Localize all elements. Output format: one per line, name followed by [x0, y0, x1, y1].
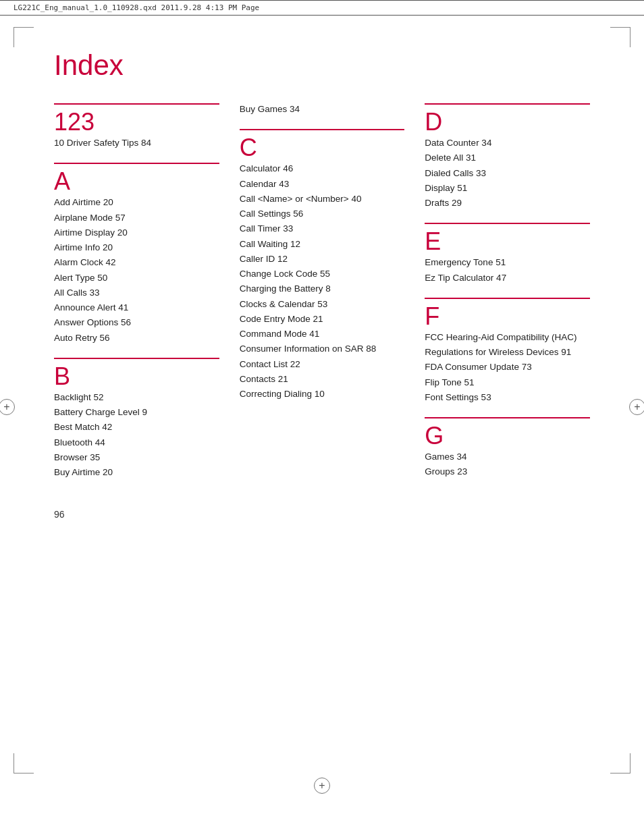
index-entry: Correcting Dialing 10: [240, 387, 405, 402]
index-entry: Calculator 46: [240, 161, 405, 176]
section-items: Games 34Groups 23: [425, 450, 590, 480]
index-entry: Dialed Calls 33: [425, 166, 590, 181]
index-entry: Games 34: [425, 450, 590, 464]
index-entry: Auto Retry 56: [54, 331, 219, 346]
index-entry: Emergency Tone 51: [425, 255, 590, 270]
index-entry: Drafts 29: [425, 196, 590, 211]
index-entry: Groups 23: [425, 464, 590, 479]
index-entry: Data Counter 34: [425, 136, 590, 151]
index-entry: Flip Tone 51: [425, 375, 590, 390]
index-entry: Charging the Battery 8: [240, 281, 405, 296]
corner-mark-bl: [14, 753, 34, 774]
section-items: Emergency Tone 51Ez Tip Calculator 47: [425, 255, 590, 286]
section-items: FCC Hearing-Aid Compatibility (HAC) Regu…: [425, 330, 590, 405]
column-1: Buy Games 34CCalculator 46Calendar 43Cal…: [240, 102, 405, 493]
index-entry: Caller ID 12: [240, 252, 405, 267]
index-entry: All Calls 33: [54, 286, 219, 300]
main-content: Index 12310 Driver Safety Tips 84AAdd Ai…: [0, 16, 644, 533]
section-divider: [54, 358, 219, 359]
index-columns: 12310 Driver Safety Tips 84AAdd Airtime …: [54, 102, 590, 493]
page-title: Index: [54, 49, 590, 82]
index-entry: Calendar 43: [240, 177, 405, 192]
section-letter: F: [425, 304, 590, 329]
index-entry: Delete All 31: [425, 151, 590, 165]
index-entry: Buy Games 34: [240, 102, 405, 117]
index-entry: Consumer Information on SAR 88: [240, 342, 405, 356]
section-divider: [425, 223, 590, 224]
header-text: LG221C_Eng_manual_1.0_110928.qxd 2011.9.…: [14, 3, 259, 12]
corner-mark-br: [610, 753, 630, 774]
section-divider: [425, 298, 590, 299]
section-divider: [425, 417, 590, 418]
page-number: 96: [54, 509, 65, 520]
section-0-1: AAdd Airtime 20Airplane Mode 57Airtime D…: [54, 163, 219, 346]
index-entry: Add Airtime 20: [54, 195, 219, 210]
index-entry: FCC Hearing-Aid Compatibility (HAC) Regu…: [425, 330, 590, 360]
reg-mark-bottom: +: [314, 778, 330, 794]
index-entry: Announce Alert 41: [54, 300, 219, 315]
section-2-1: EEmergency Tone 51Ez Tip Calculator 47: [425, 223, 590, 286]
section-2-3: GGames 34Groups 23: [425, 417, 590, 480]
index-entry: Best Match 42: [54, 420, 219, 435]
index-entry: Battery Charge Level 9: [54, 405, 219, 420]
index-entry: 10 Driver Safety Tips 84: [54, 136, 219, 151]
section-letter: D: [425, 110, 590, 134]
section-items: Add Airtime 20Airplane Mode 57Airtime Di…: [54, 195, 219, 346]
section-letter: A: [54, 169, 219, 194]
index-entry: Display 51: [425, 181, 590, 196]
section-2-2: FFCC Hearing-Aid Compatibility (HAC) Reg…: [425, 298, 590, 405]
index-entry: Code Entry Mode 21: [240, 312, 405, 327]
section-items: Backlight 52Battery Charge Level 9Best M…: [54, 390, 219, 481]
section-letter: B: [54, 364, 219, 389]
section-items: 10 Driver Safety Tips 84: [54, 136, 219, 151]
index-entry: Airtime Info 20: [54, 240, 219, 255]
section-items: Calculator 46Calendar 43Call <Name> or <…: [240, 161, 405, 402]
index-entry: Contacts 21: [240, 372, 405, 387]
section-divider: [240, 129, 405, 130]
index-entry: Change Lock Code 55: [240, 267, 405, 281]
index-entry: Backlight 52: [54, 390, 219, 405]
index-entry: Airtime Display 20: [54, 225, 219, 240]
index-entry: Answer Options 56: [54, 315, 219, 330]
column-0: 12310 Driver Safety Tips 84AAdd Airtime …: [54, 102, 219, 493]
index-entry: Airplane Mode 57: [54, 211, 219, 225]
index-entry: Contact List 22: [240, 357, 405, 372]
index-entry: Call Timer 33: [240, 221, 405, 236]
index-entry: Clocks & Calendar 53: [240, 297, 405, 312]
section-2-0: DData Counter 34Delete All 31Dialed Call…: [425, 103, 590, 211]
index-entry: Command Mode 41: [240, 327, 405, 342]
section-items: Data Counter 34Delete All 31Dialed Calls…: [425, 136, 590, 211]
section-letter: G: [425, 424, 590, 448]
section-divider: [54, 163, 219, 164]
index-entry: Ez Tip Calculator 47: [425, 271, 590, 286]
section-divider: [54, 103, 219, 105]
index-entry: Buy Airtime 20: [54, 465, 219, 480]
section-letter: E: [425, 229, 590, 254]
section-1-0: Buy Games 34: [240, 102, 405, 117]
section-items: Buy Games 34: [240, 102, 405, 117]
index-entry: Call Waiting 12: [240, 237, 405, 252]
section-letter: C: [240, 136, 405, 160]
index-entry: Browser 35: [54, 450, 219, 465]
column-2: DData Counter 34Delete All 31Dialed Call…: [425, 102, 590, 493]
index-entry: Alert Type 50: [54, 271, 219, 286]
index-entry: FDA Consumer Update 73: [425, 360, 590, 375]
index-entry: Call <Name> or <Number> 40: [240, 192, 405, 207]
section-divider: [425, 103, 590, 105]
index-entry: Font Settings 53: [425, 390, 590, 405]
section-letter: 123: [54, 110, 219, 134]
section-0-2: BBacklight 52Battery Charge Level 9Best …: [54, 358, 219, 481]
index-entry: Bluetooth 44: [54, 435, 219, 450]
section-1-1: CCalculator 46Calendar 43Call <Name> or …: [240, 129, 405, 402]
index-entry: Call Settings 56: [240, 207, 405, 221]
section-0-0: 12310 Driver Safety Tips 84: [54, 103, 219, 151]
header-bar: LG221C_Eng_manual_1.0_110928.qxd 2011.9.…: [0, 0, 644, 16]
index-entry: Alarm Clock 42: [54, 255, 219, 270]
